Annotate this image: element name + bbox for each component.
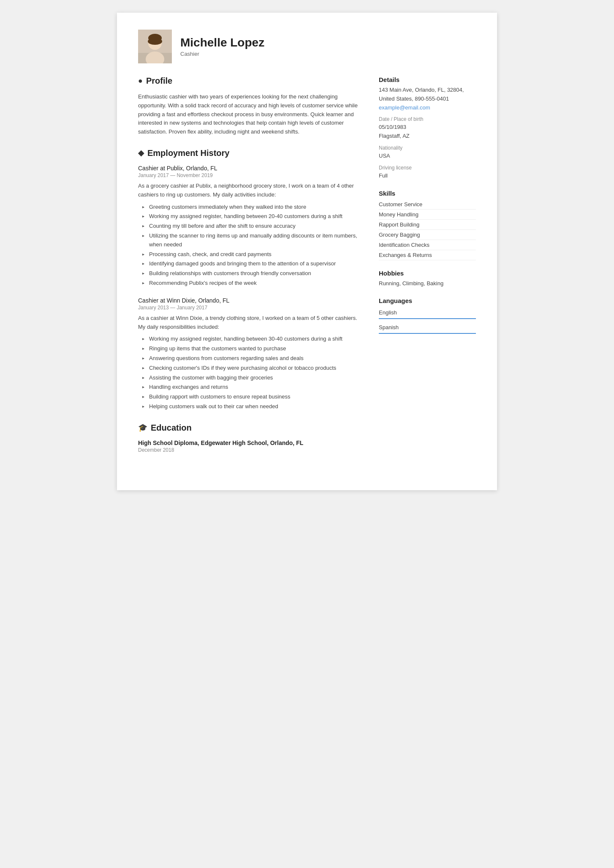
bullet-item: Building rapport with customers to ensur…: [142, 393, 362, 401]
email-link[interactable]: example@email.com: [379, 104, 430, 111]
dob-value: 05/10/1983: [379, 123, 476, 132]
header: Michelle Lopez Cashier: [138, 30, 476, 63]
bullet-item: Ringing up items that the customers want…: [142, 344, 362, 353]
profile-section-title: ● Profile: [138, 76, 362, 87]
education-section-title: 🎓 Education: [138, 423, 362, 434]
bullet-item: Greeting customers immediately when they…: [142, 203, 362, 212]
employment-icon: ◆: [138, 148, 144, 158]
bullet-item: Utilizing the scanner to ring items up a…: [142, 232, 362, 249]
skill-item-4: Grocery Bagging: [379, 230, 476, 240]
profile-text: Enthusiastic cashier with two years of e…: [138, 93, 362, 136]
dob-label: Date / Place of birth: [379, 116, 476, 122]
profile-section: ● Profile Enthusiastic cashier with two …: [138, 76, 362, 136]
details-section: Details 143 Main Ave, Orlando, FL, 32804…: [379, 76, 476, 180]
details-email: example@email.com: [379, 104, 476, 112]
bullet-item: Checking customer's IDs if they were pur…: [142, 364, 362, 373]
edu-degree-1: High School Diploma, Edgewater High Scho…: [138, 439, 362, 446]
bullet-item: Counting my till before and after the sh…: [142, 222, 362, 231]
employment-section: ◆ Employment History Cashier at Publix, …: [138, 148, 362, 411]
education-entry-1: High School Diploma, Edgewater High Scho…: [138, 439, 362, 453]
bullet-item: Helping customers walk out to their car …: [142, 402, 362, 411]
languages-section: Languages English Spanish: [379, 297, 476, 334]
job-title-2: Cashier at Winn Dixie, Orlando, FL: [138, 297, 362, 304]
nationality-value: USA: [379, 152, 476, 161]
resume-container: Michelle Lopez Cashier ● Profile Enthusi…: [117, 13, 497, 490]
bullet-item: Processing cash, check, and credit card …: [142, 250, 362, 259]
skills-section: Skills Customer Service Money Handling R…: [379, 190, 476, 260]
pob-value: Flagstaff, AZ: [379, 132, 476, 141]
bullet-item: Handling exchanges and returns: [142, 383, 362, 392]
job-dates-1: January 2017 — November 2019: [138, 172, 362, 178]
bullet-item: Identifying damaged goods and bringing t…: [142, 259, 362, 268]
job-title-1: Cashier at Publix, Orlando, FL: [138, 165, 362, 172]
details-heading: Details: [379, 76, 476, 83]
job-desc-1: As a grocery cashier at Publix, a neighb…: [138, 182, 362, 199]
job-dates-2: January 2013 — January 2017: [138, 305, 362, 311]
education-icon: 🎓: [138, 423, 147, 432]
job-entry-1: Cashier at Publix, Orlando, FL January 2…: [138, 165, 362, 288]
hobbies-heading: Hobbies: [379, 270, 476, 277]
left-column: ● Profile Enthusiastic cashier with two …: [138, 76, 362, 465]
right-column: Details 143 Main Ave, Orlando, FL, 32804…: [379, 76, 476, 465]
language-item-1: English: [379, 307, 476, 319]
candidate-title: Cashier: [180, 51, 264, 57]
job-entry-2: Cashier at Winn Dixie, Orlando, FL Janua…: [138, 297, 362, 411]
header-info: Michelle Lopez Cashier: [180, 36, 264, 57]
languages-heading: Languages: [379, 297, 476, 304]
skill-item-6: Exchanges & Returns: [379, 250, 476, 260]
candidate-name: Michelle Lopez: [180, 36, 264, 49]
skill-item-5: Identification Checks: [379, 240, 476, 250]
bullet-item: Answering questions from customers regar…: [142, 354, 362, 363]
employment-section-title: ◆ Employment History: [138, 148, 362, 160]
skill-item-3: Rapport Building: [379, 220, 476, 230]
bullet-item: Building relationships with customers th…: [142, 269, 362, 278]
bullet-item: Recommending Publix's recipes of the wee…: [142, 279, 362, 288]
bullet-item: Working my assigned register, handling b…: [142, 335, 362, 344]
hobbies-section: Hobbies Running, Climbing, Baking: [379, 270, 476, 288]
avatar: [138, 30, 172, 63]
main-content: ● Profile Enthusiastic cashier with two …: [138, 76, 476, 465]
svg-point-5: [148, 38, 162, 45]
job-desc-2: As a cashier at Winn Dixie, a trendy clo…: [138, 314, 362, 332]
skill-item-2: Money Handling: [379, 210, 476, 220]
nationality-label: Nationality: [379, 145, 476, 151]
job-bullets-2: Working my assigned register, handling b…: [142, 335, 362, 411]
avatar-image: [138, 30, 172, 63]
license-label: Driving license: [379, 165, 476, 171]
education-section: 🎓 Education High School Diploma, Edgewat…: [138, 423, 362, 453]
job-bullets-1: Greeting customers immediately when they…: [142, 203, 362, 288]
profile-icon: ●: [138, 76, 143, 85]
language-item-2: Spanish: [379, 322, 476, 334]
license-value: Full: [379, 172, 476, 180]
edu-date-1: December 2018: [138, 447, 362, 453]
details-address: 143 Main Ave, Orlando, FL, 32804, United…: [379, 86, 476, 104]
hobbies-text: Running, Climbing, Baking: [379, 279, 476, 288]
bullet-item: Assisting the customer with bagging thei…: [142, 374, 362, 382]
bullet-item: Working my assigned register, handling b…: [142, 212, 362, 221]
skills-heading: Skills: [379, 190, 476, 197]
skill-item-1: Customer Service: [379, 199, 476, 210]
